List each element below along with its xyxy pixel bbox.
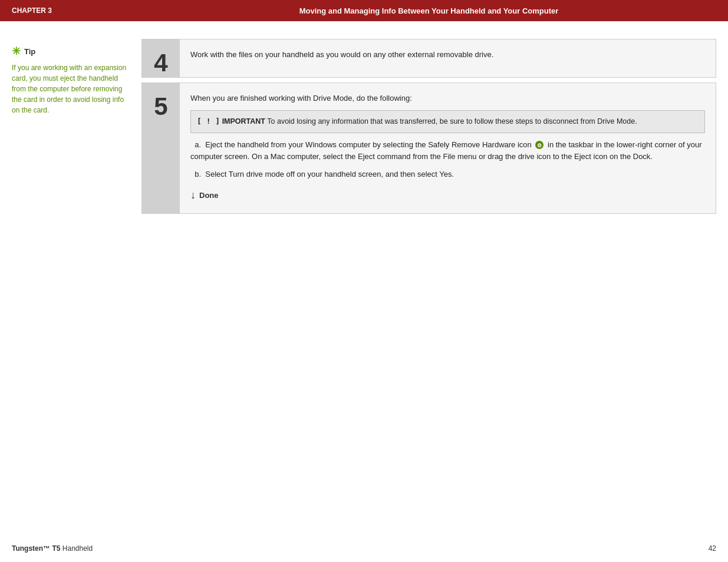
tip-star-icon: ✳ bbox=[12, 45, 21, 58]
footer-brand-name: Tungsten™ T5 bbox=[12, 544, 60, 553]
important-text: To avoid losing any information that was… bbox=[267, 117, 637, 125]
step-5-list: a. Eject the handheld from your Windows … bbox=[190, 139, 705, 180]
done-section: ↓ Done bbox=[190, 187, 705, 204]
list-item-b: b. Select Turn drive mode off on your ha… bbox=[190, 168, 705, 180]
tip-header: ✳ Tip bbox=[12, 45, 130, 58]
footer-brand: Tungsten™ T5 Handheld bbox=[12, 544, 93, 553]
footer-page-number: 42 bbox=[709, 544, 716, 553]
step-5-content: When you are finished working with Drive… bbox=[180, 83, 716, 213]
hardware-icon: ⚙ bbox=[535, 140, 544, 150]
step-5-intro: When you are finished working with Drive… bbox=[190, 92, 705, 104]
tip-label: Tip bbox=[24, 47, 35, 56]
step-5-box: 5 When you are finished working with Dri… bbox=[141, 82, 716, 214]
step-4-number: 4 bbox=[142, 39, 180, 77]
header-title: Moving and Managing Info Between Your Ha… bbox=[141, 6, 716, 15]
sidebar: ✳ Tip If you are working with an expansi… bbox=[12, 39, 130, 219]
step-4-box: 4 Work with the files on your handheld a… bbox=[141, 39, 716, 78]
chapter-label: CHAPTER 3 bbox=[12, 6, 141, 15]
tip-text: If you are working with an expansion car… bbox=[12, 62, 130, 115]
done-arrow-icon: ↓ bbox=[190, 187, 196, 204]
done-label: Done bbox=[199, 190, 219, 201]
step-5-number: 5 bbox=[142, 83, 180, 213]
footer-brand-suffix: Handheld bbox=[62, 544, 93, 553]
step-4-text: Work with the files on your handheld as … bbox=[190, 50, 493, 59]
important-box: [ ! ] IMPORTANT To avoid losing any info… bbox=[190, 110, 705, 133]
steps-area: 4 Work with the files on your handheld a… bbox=[141, 39, 716, 219]
step-4-content: Work with the files on your handheld as … bbox=[180, 39, 716, 77]
header-bar: CHAPTER 3 Moving and Managing Info Betwe… bbox=[0, 0, 728, 21]
important-label: IMPORTANT bbox=[222, 117, 265, 125]
important-bracket: [ ! ] bbox=[197, 117, 220, 125]
footer: Tungsten™ T5 Handheld 42 bbox=[12, 544, 716, 553]
list-item-a: a. Eject the handheld from your Windows … bbox=[190, 139, 705, 163]
svg-text:⚙: ⚙ bbox=[537, 143, 542, 148]
content-area: ✳ Tip If you are working with an expansi… bbox=[0, 21, 728, 230]
